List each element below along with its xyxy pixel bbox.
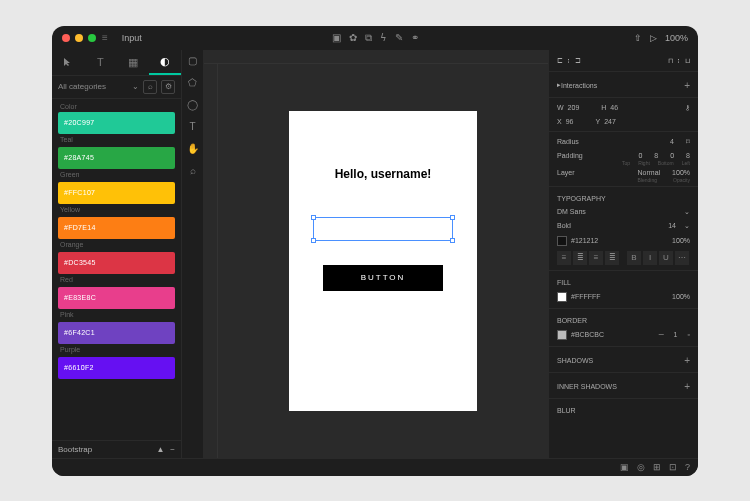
align-left-icon[interactable]: ⊏ xyxy=(557,57,563,65)
layers-icon[interactable]: ⧉ xyxy=(365,32,372,44)
radius-value[interactable]: 4 xyxy=(670,138,674,145)
font-size[interactable]: 14 xyxy=(668,222,676,229)
border-color-swatch[interactable] xyxy=(557,330,567,340)
chevron-down-icon[interactable]: ⌄ xyxy=(684,208,690,216)
add-inner-shadow-icon[interactable]: + xyxy=(684,381,690,392)
status-icon-c[interactable]: ⊞ xyxy=(653,462,661,472)
close-icon[interactable] xyxy=(62,34,70,42)
color-swatch-1[interactable]: #28A745 xyxy=(58,147,175,169)
padding-bottom[interactable]: 0 xyxy=(670,152,674,159)
maximize-icon[interactable] xyxy=(88,34,96,42)
status-icon-d[interactable]: ⊡ xyxy=(669,462,677,472)
chevron-down-icon[interactable]: ⌄ xyxy=(684,222,690,230)
tab-colors[interactable]: ◐ xyxy=(149,50,181,75)
add-shadow-icon[interactable]: + xyxy=(684,355,690,366)
underline-icon[interactable]: U xyxy=(659,251,673,265)
resize-handle-bl[interactable] xyxy=(311,238,316,243)
color-swatch-4[interactable]: #DC3545 xyxy=(58,252,175,274)
remove-icon[interactable]: − xyxy=(170,445,175,454)
brush-icon[interactable]: ✎ xyxy=(395,32,403,44)
heading-text[interactable]: Hello, username! xyxy=(335,167,432,181)
align-bottom-icon[interactable]: ⊔ xyxy=(685,57,690,65)
bold-icon[interactable]: B xyxy=(627,251,641,265)
align-center-icon[interactable]: ⫶ xyxy=(567,57,571,64)
blend-mode[interactable]: Normal xyxy=(638,169,661,176)
add-icon[interactable]: ▲ xyxy=(156,445,164,454)
color-swatch-2[interactable]: #FFC107 xyxy=(58,182,175,204)
square-icon[interactable]: ▣ xyxy=(332,32,341,44)
button-element[interactable]: BUTTON xyxy=(323,265,443,291)
gear-icon[interactable]: ⚙ xyxy=(161,80,175,94)
fill-opacity[interactable]: 100% xyxy=(672,293,690,300)
color-swatch-3[interactable]: #FD7E14 xyxy=(58,217,175,239)
font-family[interactable]: DM Sans xyxy=(557,208,586,215)
corner-icon[interactable]: ⌑ xyxy=(686,138,690,146)
play-icon[interactable]: ▷ xyxy=(650,33,657,43)
hamburger-icon[interactable]: ≡ xyxy=(102,32,108,43)
padding-left[interactable]: 8 xyxy=(686,152,690,159)
zoom-tool-icon[interactable]: ⌕ xyxy=(186,164,200,178)
tab-image[interactable]: ▦ xyxy=(117,50,149,75)
library-label[interactable]: Bootstrap xyxy=(58,445,92,454)
text-align-justify[interactable]: ≣ xyxy=(605,251,619,265)
search-icon[interactable]: ⌕ xyxy=(143,80,157,94)
fill-color-hex[interactable]: #FFFFFF xyxy=(571,293,601,300)
text-align-right[interactable]: ≡ xyxy=(589,251,603,265)
text-opacity[interactable]: 100% xyxy=(672,237,690,244)
share-icon[interactable]: ⇧ xyxy=(634,33,642,43)
padding-right[interactable]: 8 xyxy=(654,152,658,159)
color-swatch-5[interactable]: #E83E8C xyxy=(58,287,175,309)
align-right-icon[interactable]: ⊐ xyxy=(575,57,581,65)
border-style-icon[interactable]: ─ xyxy=(659,331,664,338)
text-align-left[interactable]: ≡ xyxy=(557,251,571,265)
align-top-icon[interactable]: ⊓ xyxy=(668,57,673,65)
section-blur[interactable]: BLUR xyxy=(549,402,698,417)
lock-icon[interactable]: ⚷ xyxy=(685,104,690,112)
fill-color-swatch[interactable] xyxy=(557,292,567,302)
minimize-icon[interactable] xyxy=(75,34,83,42)
status-icon-a[interactable]: ▣ xyxy=(620,462,629,472)
text-color-hex[interactable]: #121212 xyxy=(571,237,598,244)
text-color-swatch[interactable] xyxy=(557,236,567,246)
selected-input[interactable] xyxy=(313,217,453,241)
padding-top[interactable]: 0 xyxy=(638,152,642,159)
tab-cursor[interactable] xyxy=(52,50,84,75)
border-color-hex[interactable]: #BCBCBC xyxy=(571,331,604,338)
more-text-icon[interactable]: ⋯ xyxy=(675,251,689,265)
link-icon[interactable]: ⚭ xyxy=(411,32,419,44)
x-value[interactable]: 96 xyxy=(566,118,574,125)
color-swatch-0[interactable]: #20C997 xyxy=(58,112,175,134)
status-icon-e[interactable]: ? xyxy=(685,462,690,472)
section-interactions[interactable]: ▸ Interactions + xyxy=(549,75,698,94)
pen-tool-icon[interactable]: ⬠ xyxy=(186,76,200,90)
border-width[interactable]: 1 xyxy=(674,331,678,338)
font-weight[interactable]: Bold xyxy=(557,222,571,229)
section-shadows[interactable]: SHADOWS+ xyxy=(549,350,698,369)
resize-handle-br[interactable] xyxy=(450,238,455,243)
y-value[interactable]: 247 xyxy=(604,118,616,125)
height-value[interactable]: 46 xyxy=(610,104,618,111)
hand-tool-icon[interactable]: ✋ xyxy=(186,142,200,156)
align-middle-icon[interactable]: ⫶ xyxy=(677,57,681,64)
artboard[interactable]: Hello, username! BUTTON xyxy=(289,111,477,411)
tab-text[interactable]: T xyxy=(84,50,116,75)
width-value[interactable]: 209 xyxy=(568,104,580,111)
bolt-icon[interactable]: ϟ xyxy=(380,32,387,44)
italic-icon[interactable]: I xyxy=(643,251,657,265)
layer-opacity[interactable]: 100% xyxy=(672,169,690,176)
border-position-icon[interactable]: ▫ xyxy=(688,331,690,338)
resize-handle-tr[interactable] xyxy=(450,215,455,220)
frame-tool-icon[interactable]: ▢ xyxy=(186,54,200,68)
color-swatch-7[interactable]: #6610F2 xyxy=(58,357,175,379)
category-selector[interactable]: All categories ⌄ ⌕ ⚙ xyxy=(52,76,181,99)
zoom-level[interactable]: 100% xyxy=(665,33,688,43)
add-interaction-icon[interactable]: + xyxy=(684,80,690,91)
text-tool-icon[interactable]: T xyxy=(186,120,200,134)
shape-tool-icon[interactable]: ◯ xyxy=(186,98,200,112)
text-align-center[interactable]: ≣ xyxy=(573,251,587,265)
gear-icon[interactable]: ✿ xyxy=(349,32,357,44)
resize-handle-tl[interactable] xyxy=(311,215,316,220)
section-inner-shadows[interactable]: INNER SHADOWS+ xyxy=(549,376,698,395)
artboard-area[interactable]: Hello, username! BUTTON xyxy=(218,64,548,458)
color-swatch-6[interactable]: #6F42C1 xyxy=(58,322,175,344)
